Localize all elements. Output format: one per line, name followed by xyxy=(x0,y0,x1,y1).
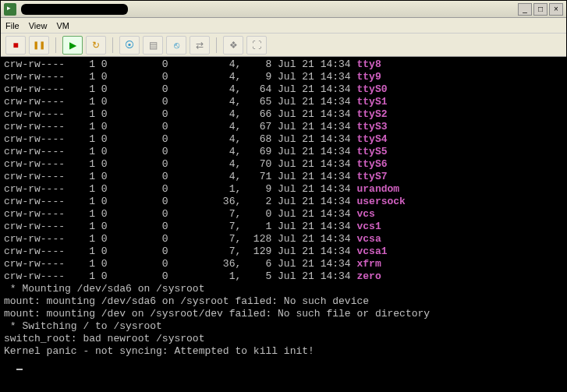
device-name: tty8 xyxy=(356,58,381,70)
device-name: ttyS3 xyxy=(356,121,387,132)
device-name: ttyS1 xyxy=(356,96,387,108)
pause-button[interactable]: ❚❚ xyxy=(29,36,49,55)
separator xyxy=(112,37,113,53)
menu-file[interactable]: File xyxy=(5,21,19,30)
device-row: crw-rw---- 1 0 0 7, 128 Jul 21 14:34 vcs… xyxy=(4,233,563,245)
device-name: vcs xyxy=(356,208,374,220)
network-button[interactable]: ⇄ xyxy=(190,36,210,55)
vm-console-window: ████████████████ _ □ × File View VM ■ ❚❚… xyxy=(0,0,567,392)
play-button[interactable]: ▶ xyxy=(62,36,83,55)
device-name: vcsa xyxy=(356,233,381,245)
device-row: crw-rw---- 1 0 0 7, 129 Jul 21 14:34 vcs… xyxy=(4,245,563,258)
snapshot-button[interactable]: ❖ xyxy=(223,36,243,55)
console-message: mount: mounting /dev on /sysroot/dev fai… xyxy=(4,308,563,320)
device-row: crw-rw---- 1 0 0 4, 71 Jul 21 14:34 ttyS… xyxy=(4,171,563,183)
device-row: crw-rw---- 1 0 0 4, 70 Jul 21 14:34 ttyS… xyxy=(4,158,563,171)
console-message: * Mounting /dev/sda6 on /sysroot xyxy=(4,283,563,295)
separator xyxy=(55,37,56,53)
device-row: crw-rw---- 1 0 0 4, 67 Jul 21 14:34 ttyS… xyxy=(4,121,563,133)
device-name: ttyS4 xyxy=(356,133,387,145)
device-name: zero xyxy=(356,270,381,282)
titlebar: ████████████████ _ □ × xyxy=(1,1,566,18)
device-row: crw-rw---- 1 0 0 36, 6 Jul 21 14:34 xfrm xyxy=(4,258,563,270)
device-name: ttyS5 xyxy=(356,146,387,157)
device-row: crw-rw---- 1 0 0 4, 64 Jul 21 14:34 ttyS… xyxy=(4,83,563,96)
app-icon xyxy=(4,3,16,16)
device-row: crw-rw---- 1 0 0 4, 9 Jul 21 14:34 tty9 xyxy=(4,71,563,83)
device-name: tty9 xyxy=(356,71,381,83)
device-name: usersock xyxy=(356,196,405,207)
device-name: ttyS0 xyxy=(356,83,387,95)
console-message: switch_root: bad newroot /sysroot xyxy=(4,333,563,345)
window-controls: _ □ × xyxy=(518,3,563,16)
device-name: xfrm xyxy=(356,258,381,270)
menu-vm[interactable]: VM xyxy=(56,21,69,30)
console-message: * Switching / to /sysroot xyxy=(4,320,563,333)
device-row: crw-rw---- 1 0 0 4, 68 Jul 21 14:34 ttyS… xyxy=(4,133,563,146)
device-name: vcs1 xyxy=(356,221,381,232)
device-name: vcsa1 xyxy=(356,245,387,257)
menubar: File View VM xyxy=(1,18,566,34)
console-message: mount: mounting /dev/sda6 on /sysroot fa… xyxy=(4,295,563,308)
window-title: ████████████████ xyxy=(21,4,518,15)
refresh-button[interactable]: ↻ xyxy=(86,36,106,55)
fullscreen-button[interactable]: ⛶ xyxy=(246,36,267,55)
cursor-line xyxy=(4,358,563,370)
cursor xyxy=(16,369,23,370)
stop-button[interactable]: ■ xyxy=(5,36,26,55)
device-row: crw-rw---- 1 0 0 7, 1 Jul 21 14:34 vcs1 xyxy=(4,221,563,233)
device-row: crw-rw---- 1 0 0 36, 2 Jul 21 14:34 user… xyxy=(4,196,563,208)
device-row: crw-rw---- 1 0 0 1, 9 Jul 21 14:34 urand… xyxy=(4,183,563,196)
floppy-button[interactable]: ▤ xyxy=(143,36,163,55)
close-button[interactable]: × xyxy=(549,3,563,16)
device-row: crw-rw---- 1 0 0 4, 69 Jul 21 14:34 ttyS… xyxy=(4,146,563,158)
device-row: crw-rw---- 1 0 0 7, 0 Jul 21 14:34 vcs xyxy=(4,208,563,221)
device-name: urandom xyxy=(356,183,399,195)
device-row: crw-rw---- 1 0 0 4, 8 Jul 21 14:34 tty8 xyxy=(4,58,563,71)
cd-button[interactable]: ⦿ xyxy=(119,36,140,55)
console-message: Kernel panic - not syncing: Attempted to… xyxy=(4,345,563,358)
menu-view[interactable]: View xyxy=(29,21,48,30)
device-name: ttyS6 xyxy=(356,158,387,170)
maximize-button[interactable]: □ xyxy=(533,3,548,16)
usb-button[interactable]: ⎋ xyxy=(166,36,186,55)
device-name: ttyS2 xyxy=(356,108,387,120)
device-row: crw-rw---- 1 0 0 1, 5 Jul 21 14:34 zero xyxy=(4,270,563,283)
minimize-button[interactable]: _ xyxy=(518,3,532,16)
device-row: crw-rw---- 1 0 0 4, 66 Jul 21 14:34 ttyS… xyxy=(4,108,563,121)
device-name: ttyS7 xyxy=(356,171,387,182)
toolbar: ■ ❚❚ ▶ ↻ ⦿ ▤ ⎋ ⇄ ❖ ⛶ xyxy=(1,34,566,57)
device-row: crw-rw---- 1 0 0 4, 65 Jul 21 14:34 ttyS… xyxy=(4,96,563,108)
separator xyxy=(216,37,217,53)
console-output[interactable]: crw-rw---- 1 0 0 4, 8 Jul 21 14:34 tty8c… xyxy=(1,57,566,391)
